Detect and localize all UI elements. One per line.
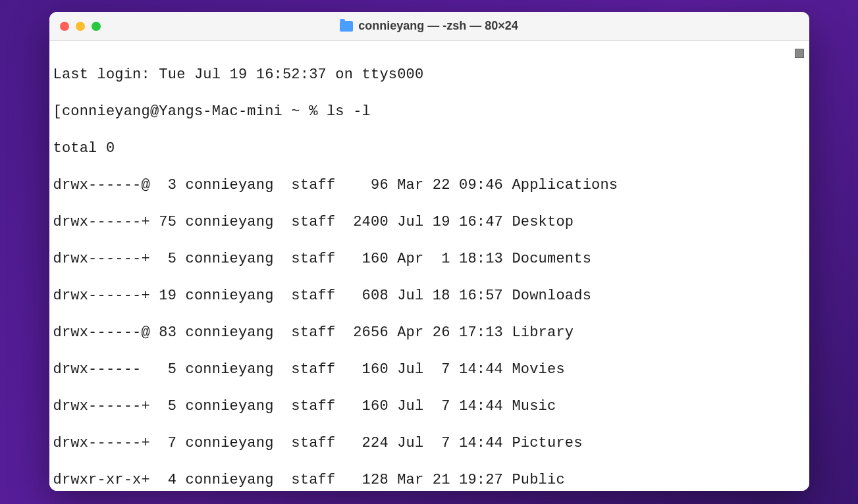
listing-line: drwxr-xr-x+ 4 connieyang staff 128 Mar 2… [53, 471, 805, 490]
total-line: total 0 [53, 139, 805, 158]
listing-line: drwx------+ 5 connieyang staff 160 Jul 7… [53, 397, 805, 416]
listing-line: drwx------+ 19 connieyang staff 608 Jul … [53, 287, 805, 305]
last-login-line: Last login: Tue Jul 19 16:52:37 on ttys0… [53, 66, 805, 84]
prompt-line: [connieyang@Yangs-Mac-mini ~ % ls -l [53, 103, 805, 121]
terminal-window: connieyang — -zsh — 80×24 Last login: Tu… [49, 12, 809, 491]
maximize-button[interactable] [92, 22, 101, 31]
terminal-content[interactable]: Last login: Tue Jul 19 16:52:37 on ttys0… [53, 47, 805, 491]
listing-line: drwx------+ 5 connieyang staff 160 Apr 1… [53, 250, 805, 268]
minimize-button[interactable] [76, 22, 85, 31]
close-button[interactable] [60, 22, 69, 31]
window-title: connieyang — -zsh — 80×24 [358, 19, 518, 33]
titlebar[interactable]: connieyang — -zsh — 80×24 [49, 12, 809, 41]
listing-line: drwx------+ 75 connieyang staff 2400 Jul… [53, 213, 805, 232]
listing-line: drwx------@ 3 connieyang staff 96 Mar 22… [53, 176, 805, 195]
traffic-lights [60, 22, 101, 31]
listing-line: drwx------@ 83 connieyang staff 2656 Apr… [53, 324, 805, 342]
terminal-body[interactable]: Last login: Tue Jul 19 16:52:37 on ttys0… [49, 41, 809, 491]
folder-icon [340, 21, 353, 32]
listing-line: drwx------ 5 connieyang staff 160 Jul 7 … [53, 361, 805, 379]
scroll-indicator[interactable] [795, 49, 804, 58]
listing-line: drwx------+ 7 connieyang staff 224 Jul 7… [53, 434, 805, 453]
window-title-wrap: connieyang — -zsh — 80×24 [340, 19, 518, 33]
